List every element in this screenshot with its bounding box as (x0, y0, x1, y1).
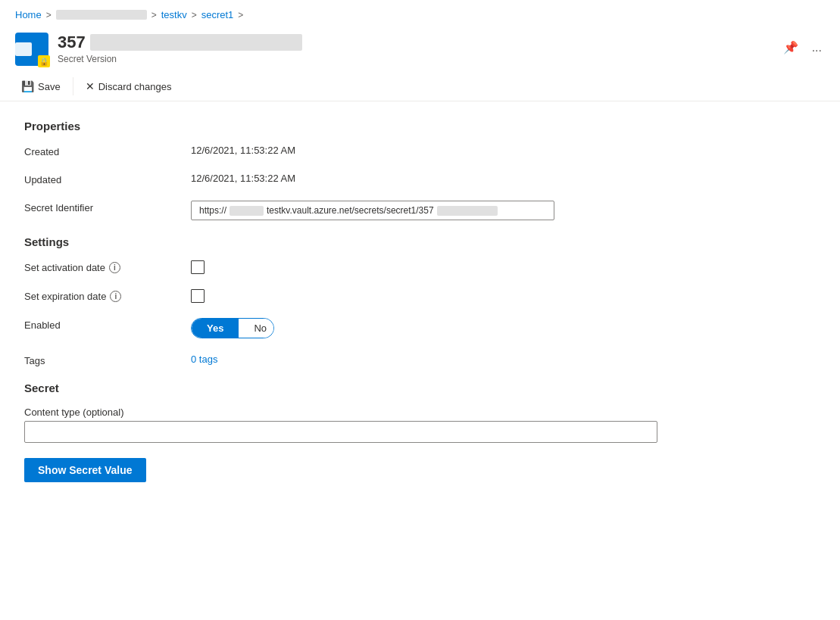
secret-section: Secret Content type (optional) Show Secr… (24, 382, 657, 482)
identifier-row: Secret Identifier https:// testkv.vault.… (24, 201, 657, 220)
content-type-label: Content type (optional) (24, 407, 657, 418)
created-row: Created 12/6/2021, 11:53:22 AM (24, 145, 657, 157)
save-button[interactable]: 💾 Save (15, 76, 67, 96)
page-title: 357 (58, 33, 302, 52)
properties-section-title: Properties (24, 120, 657, 132)
breadcrumb-sep-4: > (238, 10, 243, 20)
content-type-row: Content type (optional) (24, 407, 657, 443)
enabled-row: Enabled Yes No (24, 318, 657, 338)
page-subtitle: Secret Version (58, 54, 771, 64)
updated-label: Updated (24, 173, 191, 185)
identifier-middle: testkv.vault.azure.net/secrets/secret1/3… (267, 205, 434, 216)
svg-rect-0 (33, 43, 39, 48)
enabled-label: Enabled (24, 318, 191, 331)
pin-button[interactable]: 📌 (780, 37, 801, 58)
save-label: Save (38, 81, 61, 92)
svg-rect-2 (33, 50, 39, 55)
toolbar: 💾 Save ✕ Discard changes (0, 72, 840, 101)
tags-link[interactable]: 0 tags (191, 354, 217, 365)
breadcrumb-home[interactable]: Home (15, 9, 42, 20)
more-icon: ... (812, 41, 822, 54)
breadcrumb-sep-1: > (46, 10, 52, 20)
updated-row: Updated 12/6/2021, 11:53:22 AM (24, 173, 657, 185)
lock-badge: 🔒 (38, 55, 50, 67)
more-button[interactable]: ... (809, 38, 825, 58)
svg-rect-1 (41, 43, 48, 48)
toggle-no-button[interactable]: No (239, 319, 274, 338)
identifier-blurred-2 (437, 206, 498, 216)
toolbar-divider (73, 77, 73, 95)
discard-label: Discard changes (98, 81, 172, 92)
breadcrumb-subscription (56, 10, 147, 20)
toggle-yes-button[interactable]: Yes (192, 319, 239, 338)
breadcrumb: Home > > testkv > secret1 > (0, 0, 840, 26)
settings-section-title: Settings (24, 235, 657, 248)
expiration-label: Set expiration date i (24, 289, 191, 302)
activation-info-icon: i (109, 262, 120, 273)
svg-rect-3 (41, 50, 48, 55)
tags-label: Tags (24, 354, 191, 366)
updated-value: 12/6/2021, 11:53:22 AM (191, 173, 295, 184)
header-title-area: 357 Secret Version (58, 33, 771, 64)
created-label: Created (24, 145, 191, 157)
page-header: 🔒 357 Secret Version 📌 ... (0, 26, 840, 69)
save-icon: 💾 (21, 80, 34, 92)
expiration-checkbox[interactable] (191, 289, 205, 303)
content-type-input[interactable] (24, 421, 657, 443)
enabled-toggle[interactable]: Yes No (191, 318, 274, 338)
show-secret-button[interactable]: Show Secret Value (24, 458, 146, 482)
discard-button[interactable]: ✕ Discard changes (80, 76, 178, 96)
activation-row: Set activation date i (24, 260, 657, 274)
breadcrumb-sep-2: > (151, 10, 157, 20)
breadcrumb-keyvault[interactable]: testkv (161, 9, 187, 20)
breadcrumb-sep-3: > (192, 10, 197, 20)
identifier-label: Secret Identifier (24, 201, 191, 213)
expiration-info-icon: i (110, 291, 121, 302)
identifier-blurred-1 (230, 206, 264, 216)
discard-icon: ✕ (86, 80, 95, 92)
activation-label: Set activation date i (24, 260, 191, 273)
expiration-row: Set expiration date i (24, 289, 657, 303)
secret-section-title: Secret (24, 382, 657, 394)
identifier-prefix: https:// (199, 205, 226, 216)
breadcrumb-secret[interactable]: secret1 (201, 9, 234, 20)
header-actions: 📌 ... (780, 33, 825, 58)
secret-icon: 🔒 (15, 33, 48, 66)
secret-identifier-box: https:// testkv.vault.azure.net/secrets/… (191, 201, 554, 220)
created-value: 12/6/2021, 11:53:22 AM (191, 145, 295, 156)
pin-icon: 📌 (783, 41, 798, 54)
main-content: Properties Created 12/6/2021, 11:53:22 A… (0, 101, 682, 500)
activation-checkbox[interactable] (191, 260, 205, 274)
title-blurred (90, 34, 302, 51)
tags-row: Tags 0 tags (24, 354, 657, 366)
